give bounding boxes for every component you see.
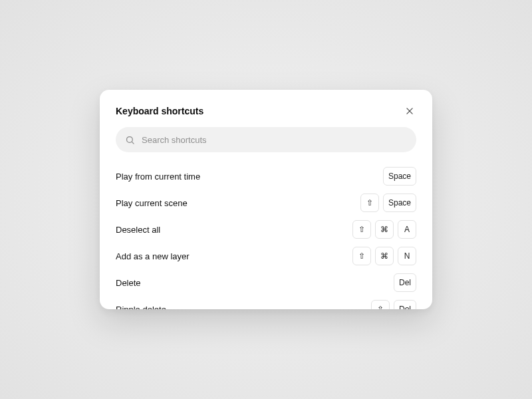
key-space: Space	[383, 194, 416, 212]
key-n: N	[398, 247, 416, 265]
shortcut-label: Delete	[116, 278, 141, 288]
key-del: Del	[394, 300, 416, 309]
close-icon	[405, 106, 414, 116]
shortcut-label: Play current scene	[116, 198, 188, 208]
shortcut-row: Play current scene ⇧ Space	[116, 190, 416, 216]
key-cmd: ⌘	[375, 247, 394, 265]
shortcut-row: Deselect all ⇧ ⌘ A	[116, 216, 416, 243]
key-shift: ⇧	[352, 247, 371, 265]
key-space: Space	[383, 167, 416, 186]
key-cmd: ⌘	[375, 220, 394, 239]
dialog-header: Keyboard shortcuts	[100, 90, 432, 127]
shortcut-label: Deselect all	[116, 225, 160, 235]
shortcut-label: Ripple delete	[116, 305, 166, 310]
shortcut-list[interactable]: Play from current time Space Play curren…	[100, 160, 432, 309]
dialog-title: Keyboard shortcuts	[116, 106, 203, 116]
shortcut-label: Add as a new layer	[116, 251, 190, 261]
search-icon	[125, 135, 135, 145]
shortcut-keys: Del	[394, 273, 416, 292]
shortcut-keys: ⇧ Del	[371, 300, 416, 309]
close-button[interactable]	[403, 104, 416, 118]
shortcut-label: Play from current time	[116, 172, 200, 182]
search-container	[100, 127, 432, 160]
search-input[interactable]	[142, 135, 407, 145]
key-shift: ⇧	[360, 194, 379, 212]
shortcut-keys: ⇧ Space	[360, 194, 416, 212]
shortcut-keys: ⇧ ⌘ N	[352, 247, 416, 265]
shortcut-row: Ripple delete ⇧ Del	[116, 296, 416, 309]
shortcut-row: Delete Del	[116, 269, 416, 296]
key-shift: ⇧	[371, 300, 390, 309]
shortcut-row: Add as a new layer ⇧ ⌘ N	[116, 243, 416, 269]
shortcut-row: Play from current time Space	[116, 163, 416, 190]
key-a: A	[398, 220, 416, 239]
key-del: Del	[394, 273, 416, 292]
keyboard-shortcuts-dialog: Keyboard shortcuts Play from current tim…	[100, 90, 432, 309]
key-shift: ⇧	[352, 220, 371, 239]
shortcut-keys: ⇧ ⌘ A	[352, 220, 416, 239]
shortcut-keys: Space	[383, 167, 416, 186]
search-field[interactable]	[116, 127, 416, 152]
svg-line-3	[132, 142, 134, 144]
